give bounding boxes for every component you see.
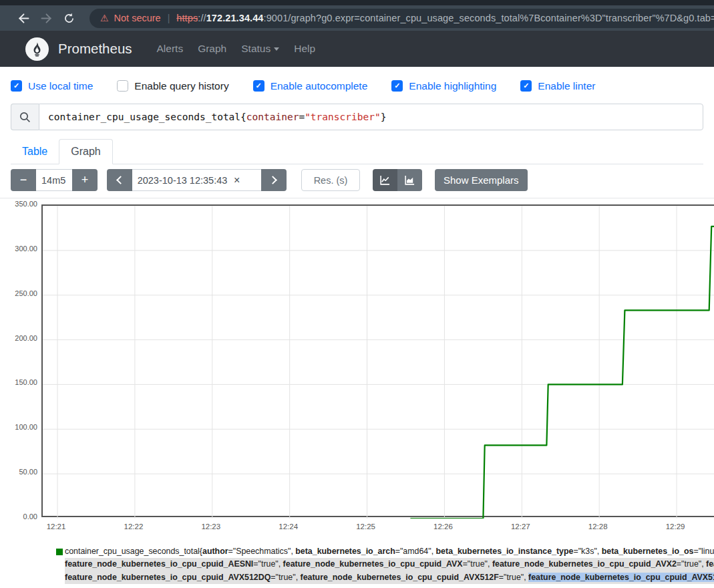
x-tick-label: 12:23 xyxy=(194,523,228,531)
browser-toolbar: ⚠ Not secure | https://172.21.34.44:9001… xyxy=(0,5,714,31)
x-tick-label: 12:22 xyxy=(117,523,150,531)
legend-label-segment: feature_node_kubernetes_io_cpu_cpuid_AVX… xyxy=(492,559,677,569)
y-tick-label: 50.00 xyxy=(0,468,37,476)
x-tick-label: 12:29 xyxy=(659,523,692,531)
line-chart-button[interactable] xyxy=(373,169,397,191)
url-scheme-separator: :// xyxy=(198,13,206,23)
legend-label-segment: ="true", xyxy=(253,559,283,569)
clear-time-icon[interactable]: × xyxy=(232,174,246,186)
legend-label-segment: ="linux", xyxy=(693,547,714,556)
legend-line: feature_node_kubernetes_io_cpu_cpuid_AVX… xyxy=(65,571,714,584)
y-tick-label: 150.00 xyxy=(0,378,37,386)
legend-line: container_cpu_usage_seconds_total{author… xyxy=(65,545,714,558)
range-input[interactable] xyxy=(36,169,72,191)
query-bar: container_cpu_usage_seconds_total{contai… xyxy=(11,104,703,130)
x-tick-label: 12:28 xyxy=(581,523,614,531)
url-path: :9001/graph?g0.expr=container_cpu_usage_… xyxy=(264,13,714,23)
cpu-usage-series-line xyxy=(410,227,714,519)
legend-label-segment: beta_kubernetes_io_instance_type xyxy=(436,547,574,556)
nav-item-graph[interactable]: Graph xyxy=(190,43,234,55)
warning-triangle-icon: ⚠ xyxy=(100,13,109,23)
forward-icon[interactable] xyxy=(35,8,57,28)
x-tick-label: 12:24 xyxy=(272,523,305,531)
option-use-local-time[interactable]: ✓ Use local time xyxy=(11,80,93,92)
legend-label-segment: beta_kubernetes_io_arch xyxy=(295,547,395,556)
promql-label-name: container xyxy=(246,112,299,122)
legend-label-segment: feature_node_kubernetes_io_cpu_cpuid_AVX xyxy=(283,559,463,569)
legend-label-segment: author xyxy=(202,547,228,556)
x-tick-label: 12:27 xyxy=(504,523,537,531)
cpu-usage-chart[interactable] xyxy=(43,206,714,519)
legend-label-segment: ="true", xyxy=(499,573,528,582)
chart-plot-area[interactable] xyxy=(41,204,714,517)
checkbox-checked-icon[interactable]: ✓ xyxy=(11,80,22,92)
legend-label-segment: feature_node_kubernetes_io_cpu_cpuid_AVX… xyxy=(65,573,271,582)
prometheus-navbar: Prometheus Alerts Graph Status Help xyxy=(0,31,714,67)
option-enable-autocomplete[interactable]: ✓ Enable autocomplete xyxy=(253,80,368,92)
checkbox-checked-icon[interactable]: ✓ xyxy=(253,80,264,92)
x-tick-label: 12:25 xyxy=(349,523,383,531)
y-tick-label: 250.00 xyxy=(0,289,37,297)
y-tick-label: 0.00 xyxy=(0,512,37,521)
datetime-input[interactable] xyxy=(132,170,232,190)
legend-label-segment: ="Speechmatics", xyxy=(228,547,296,556)
gridlines xyxy=(43,206,714,519)
time-forward-button[interactable] xyxy=(261,169,287,191)
brand-title: Prometheus xyxy=(58,41,132,57)
back-icon[interactable] xyxy=(12,8,35,28)
y-tick-label: 100.00 xyxy=(0,423,37,431)
legend-label-segment: ="amd64", xyxy=(395,547,436,556)
nav-item-status[interactable]: Status xyxy=(234,43,287,55)
address-bar[interactable]: ⚠ Not secure | https://172.21.34.44:9001… xyxy=(90,9,714,28)
url-text[interactable]: https://172.21.34.44:9001/graph?g0.expr=… xyxy=(176,13,714,23)
nav-item-help[interactable]: Help xyxy=(287,43,323,55)
graph-panel: 0.0050.00100.00150.00200.00250.00300.003… xyxy=(0,198,714,536)
legend-item[interactable]: container_cpu_usage_seconds_total{author… xyxy=(65,545,714,584)
legend-label-segment: feature xyxy=(706,559,714,569)
prometheus-logo-icon xyxy=(25,37,49,61)
tab-table[interactable]: Table xyxy=(11,140,59,164)
address-bar-separator: | xyxy=(168,13,170,23)
legend-label-segment: feature_node_kubernetes_io_cpu_cpuid_AES… xyxy=(65,559,253,569)
legend-label-segment: container_cpu_usage_seconds_total{ xyxy=(65,547,202,556)
time-back-button[interactable] xyxy=(107,169,132,191)
reload-icon[interactable] xyxy=(57,8,80,28)
option-label: Enable query history xyxy=(134,80,228,92)
checkbox-unchecked-icon[interactable] xyxy=(117,80,128,92)
range-increase-button[interactable]: + xyxy=(72,169,98,191)
option-enable-query-history[interactable]: Enable query history xyxy=(117,80,228,92)
checkbox-checked-icon[interactable]: ✓ xyxy=(520,80,532,92)
checkbox-checked-icon[interactable]: ✓ xyxy=(391,80,403,92)
option-label: Use local time xyxy=(28,80,93,92)
url-scheme: https xyxy=(176,13,198,23)
line-chart-icon xyxy=(380,175,390,185)
range-stepper: − + xyxy=(11,169,98,191)
x-tick-label: 12:26 xyxy=(426,523,460,531)
datetime-field: × xyxy=(132,169,261,191)
show-exemplars-button[interactable]: Show Exemplars xyxy=(435,169,528,191)
legend-label-segment: ="k3s", xyxy=(573,547,601,556)
legend-label-segment: feature_node_kubernetes_io_cpu_cpuid_AVX… xyxy=(301,573,499,582)
y-tick-label: 200.00 xyxy=(0,334,37,342)
nav-item-alerts[interactable]: Alerts xyxy=(150,43,191,55)
promql-expression-input[interactable]: container_cpu_usage_seconds_total{contai… xyxy=(39,104,703,130)
window-top-strip xyxy=(0,0,714,5)
range-decrease-button[interactable]: − xyxy=(11,169,36,191)
option-enable-linter[interactable]: ✓ Enable linter xyxy=(520,80,595,92)
option-label: Enable autocomplete xyxy=(271,80,368,92)
graph-controls: − + × Show Exemplars xyxy=(11,169,703,191)
prometheus-brand[interactable]: Prometheus xyxy=(11,37,150,61)
result-tabs: Table Graph xyxy=(11,137,703,164)
stacked-chart-button[interactable] xyxy=(397,169,422,191)
promql-metric: container_cpu_usage_seconds_total{ xyxy=(48,112,246,122)
time-picker: × xyxy=(107,169,287,191)
resolution-input[interactable] xyxy=(301,169,360,191)
option-label: Enable linter xyxy=(538,80,595,92)
legend-line: feature_node_kubernetes_io_cpu_cpuid_AES… xyxy=(65,558,714,571)
legend-label-segment: feature_node_kubernetes_io_cpu_cpuid_AVX… xyxy=(528,573,714,582)
chevron-right-icon xyxy=(269,176,277,184)
legend-label-segment: beta_kubernetes_io_os xyxy=(602,547,694,556)
tab-graph[interactable]: Graph xyxy=(59,139,112,164)
url-host: 172.21.34.44 xyxy=(206,13,264,23)
option-enable-highlighting[interactable]: ✓ Enable highlighting xyxy=(391,80,496,92)
